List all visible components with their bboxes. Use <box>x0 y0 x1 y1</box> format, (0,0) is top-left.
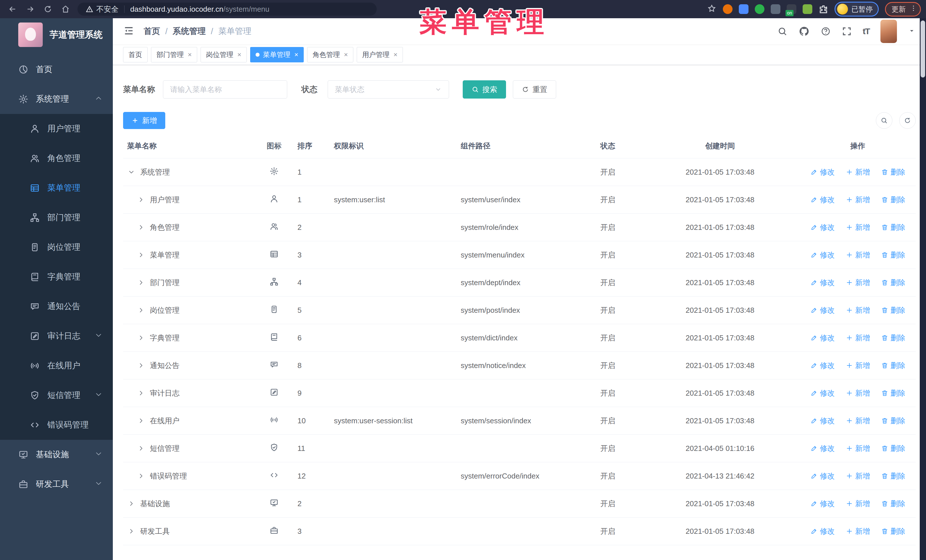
sidebar-item-通知公告[interactable]: 通知公告 <box>0 292 113 321</box>
delete-row-link[interactable]: 删除 <box>881 471 905 481</box>
delete-row-link[interactable]: 删除 <box>881 527 905 536</box>
close-tab-icon[interactable]: × <box>238 51 241 59</box>
expand-row-icon[interactable] <box>137 195 145 204</box>
sidebar-item-用户管理[interactable]: 用户管理 <box>0 114 113 143</box>
user-avatar[interactable] <box>881 20 897 43</box>
breadcrumb-item-首页[interactable]: 首页 <box>144 26 160 37</box>
edit-row-link[interactable]: 修改 <box>810 444 835 453</box>
delete-row-link[interactable]: 删除 <box>881 250 905 260</box>
delete-row-link[interactable]: 删除 <box>881 444 905 453</box>
refresh-table-button[interactable] <box>899 112 916 129</box>
delete-row-link[interactable]: 删除 <box>881 195 905 205</box>
delete-row-link[interactable]: 删除 <box>881 361 905 371</box>
ext-puzzle-icon[interactable] <box>819 4 828 14</box>
sidebar-item-首页[interactable]: 首页 <box>0 55 113 84</box>
expand-row-icon[interactable] <box>137 334 145 342</box>
fullscreen-icon[interactable] <box>842 26 852 36</box>
chevron-right-icon[interactable] <box>138 252 144 258</box>
bookmark-star-icon[interactable] <box>707 4 717 15</box>
add-row-link[interactable]: 新增 <box>846 167 870 177</box>
chevron-right-icon[interactable] <box>138 362 144 369</box>
chevron-right-icon[interactable] <box>138 279 144 286</box>
delete-row-link[interactable]: 删除 <box>881 167 905 177</box>
close-tab-icon[interactable]: × <box>344 51 348 59</box>
ext-orange-icon[interactable] <box>723 4 732 14</box>
edit-row-link[interactable]: 修改 <box>810 416 835 426</box>
ext-gray-blue-icon[interactable] <box>771 4 781 14</box>
expand-row-icon[interactable] <box>137 417 145 425</box>
chevron-right-icon[interactable] <box>128 169 135 175</box>
chevron-right-icon[interactable] <box>138 334 144 341</box>
expand-row-icon[interactable] <box>127 527 136 536</box>
sidebar-item-字典管理[interactable]: 字典管理 <box>0 262 113 292</box>
browser-back-icon[interactable] <box>5 2 20 17</box>
add-row-link[interactable]: 新增 <box>846 305 870 315</box>
edit-row-link[interactable]: 修改 <box>810 195 835 205</box>
close-tab-icon[interactable]: × <box>188 51 192 59</box>
add-row-link[interactable]: 新增 <box>846 416 870 426</box>
sidebar-item-错误码管理[interactable]: 错误码管理 <box>0 410 113 440</box>
edit-row-link[interactable]: 修改 <box>810 250 835 260</box>
add-row-link[interactable]: 新增 <box>846 499 870 509</box>
close-tab-icon[interactable]: × <box>393 51 398 59</box>
ext-android-icon[interactable] <box>803 4 812 14</box>
expand-row-icon[interactable] <box>137 223 145 232</box>
browser-menu-icon[interactable] <box>910 5 917 14</box>
reset-button[interactable]: 重置 <box>513 80 556 98</box>
edit-row-link[interactable]: 修改 <box>810 278 835 288</box>
delete-row-link[interactable]: 删除 <box>881 222 905 232</box>
scrollbar-thumb[interactable] <box>921 21 925 77</box>
chevron-right-icon[interactable] <box>138 307 144 314</box>
sidebar-item-角色管理[interactable]: 角色管理 <box>0 143 113 173</box>
chevron-right-icon[interactable] <box>138 196 144 203</box>
delete-row-link[interactable]: 删除 <box>881 416 905 426</box>
expand-row-icon[interactable] <box>137 389 145 397</box>
browser-forward-icon[interactable] <box>23 2 38 17</box>
chevron-right-icon[interactable] <box>128 500 135 507</box>
delete-row-link[interactable]: 删除 <box>881 278 905 288</box>
add-row-link[interactable]: 新增 <box>846 471 870 481</box>
avatar-caret-down-icon[interactable] <box>908 27 916 36</box>
ext-dark-on-icon[interactable]: on <box>787 4 796 14</box>
sidebar-item-在线用户[interactable]: 在线用户 <box>0 351 113 380</box>
delete-row-link[interactable]: 删除 <box>881 499 905 509</box>
help-icon[interactable] <box>820 26 831 36</box>
delete-row-link[interactable]: 删除 <box>881 333 905 343</box>
ext-green-check-icon[interactable] <box>755 4 764 14</box>
edit-row-link[interactable]: 修改 <box>810 471 835 481</box>
delete-row-link[interactable]: 删除 <box>881 388 905 398</box>
github-icon[interactable] <box>798 26 810 37</box>
edit-row-link[interactable]: 修改 <box>810 167 835 177</box>
status-select[interactable]: 菜单状态 <box>328 80 449 98</box>
expand-row-icon[interactable] <box>137 361 145 370</box>
edit-row-link[interactable]: 修改 <box>810 361 835 371</box>
tab-角色管理[interactable]: 角色管理× <box>307 47 353 62</box>
browser-home-icon[interactable] <box>58 2 73 17</box>
tab-首页[interactable]: 首页 <box>123 47 148 62</box>
add-row-link[interactable]: 新增 <box>846 195 870 205</box>
expand-row-icon[interactable] <box>137 278 145 287</box>
tab-岗位管理[interactable]: 岗位管理× <box>201 47 247 62</box>
chevron-right-icon[interactable] <box>138 224 144 231</box>
edit-row-link[interactable]: 修改 <box>810 305 835 315</box>
expand-row-icon[interactable] <box>137 444 145 453</box>
tab-用户管理[interactable]: 用户管理× <box>357 47 403 62</box>
browser-scrollbar[interactable] <box>920 18 926 560</box>
add-row-link[interactable]: 新增 <box>846 527 870 536</box>
address-bar[interactable]: 不安全 dashboard.yudao.iocoder.cn/system/me… <box>77 3 377 16</box>
add-button[interactable]: 新增 <box>123 112 165 129</box>
chevron-right-icon[interactable] <box>138 445 144 452</box>
ext-blue-gem-icon[interactable] <box>739 4 749 14</box>
collapse-row-icon[interactable] <box>127 168 136 176</box>
edit-row-link[interactable]: 修改 <box>810 527 835 536</box>
font-size-icon[interactable]: tT <box>863 27 870 36</box>
search-button[interactable]: 搜索 <box>463 80 506 98</box>
browser-reload-icon[interactable] <box>41 2 55 17</box>
sidebar-item-审计日志[interactable]: 审计日志 <box>0 321 113 351</box>
edit-row-link[interactable]: 修改 <box>810 388 835 398</box>
breadcrumb-item-系统管理[interactable]: 系统管理 <box>172 26 206 37</box>
edit-row-link[interactable]: 修改 <box>810 333 835 343</box>
menu-name-input[interactable] <box>163 80 287 98</box>
chevron-right-icon[interactable] <box>138 389 144 397</box>
add-row-link[interactable]: 新增 <box>846 333 870 343</box>
